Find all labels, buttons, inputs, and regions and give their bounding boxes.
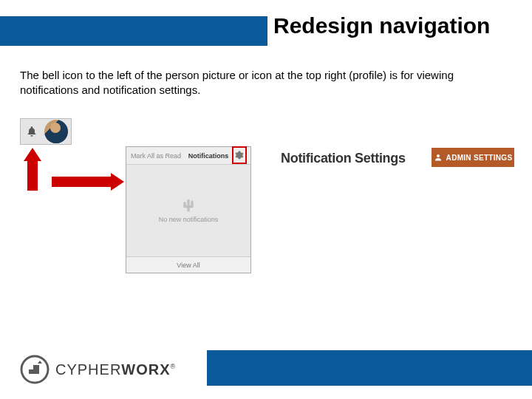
tab-notifications[interactable]: Notifications: [188, 152, 229, 160]
panel-empty-state: No new notifications: [126, 165, 250, 256]
empty-text: No new notifications: [159, 216, 219, 223]
page-title: Redesign navigation: [273, 13, 490, 38]
instruction-text: The bell icon to the left of the person …: [20, 68, 508, 97]
logo-text: CYPHERWORX®: [55, 361, 176, 378]
profile-avatar[interactable]: [44, 120, 68, 143]
notifications-panel: Mark All as Read Notifications No new no…: [126, 146, 251, 273]
bell-icon[interactable]: [24, 123, 40, 140]
header-bar: [0, 16, 267, 46]
logo-icon: [20, 355, 50, 384]
notification-settings-label: Notification Settings: [281, 151, 406, 166]
panel-footer[interactable]: View All: [126, 256, 250, 273]
cactus-icon: [181, 198, 196, 213]
svg-point-0: [437, 154, 440, 157]
person-icon: [434, 153, 443, 162]
gear-icon[interactable]: [235, 151, 244, 160]
tab-mark-read[interactable]: Mark All as Read: [131, 152, 181, 160]
admin-settings-label: ADMIN SETTINGS: [446, 154, 513, 162]
brand-logo: CYPHERWORX®: [20, 355, 176, 384]
view-all-link[interactable]: View All: [177, 262, 200, 269]
topbar-snippet: [20, 118, 72, 145]
admin-settings-button[interactable]: ADMIN SETTINGS: [432, 148, 514, 167]
gear-highlight: [232, 146, 247, 164]
arrow-right-indicator: [52, 173, 126, 191]
footer-bar: [207, 350, 532, 386]
arrow-up-indicator: [24, 148, 41, 191]
